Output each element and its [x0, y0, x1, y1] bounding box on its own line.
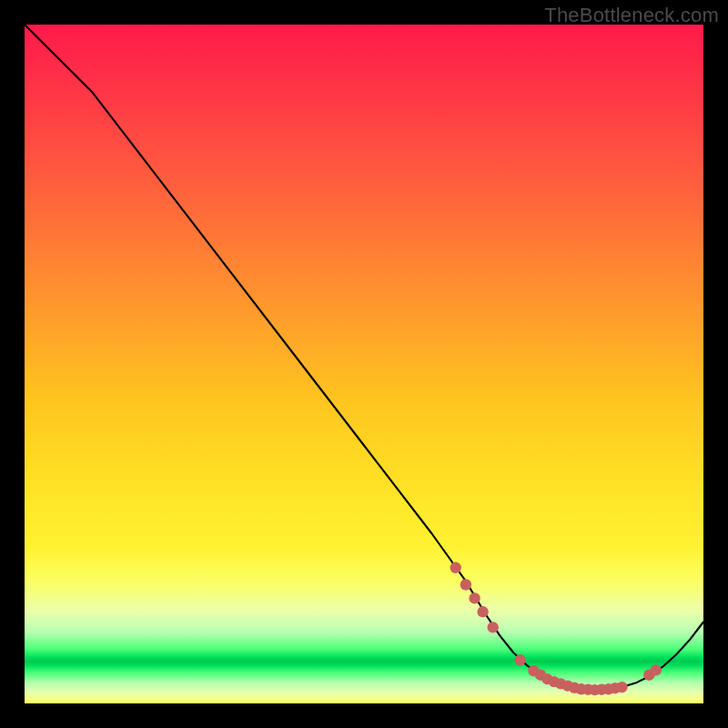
plot-area	[25, 25, 703, 703]
data-point	[460, 579, 471, 590]
data-point	[477, 606, 488, 617]
chart-line	[25, 25, 703, 690]
data-point	[651, 664, 662, 675]
data-point	[616, 682, 627, 693]
data-point	[488, 622, 499, 632]
data-point	[469, 592, 480, 603]
data-point	[450, 562, 461, 573]
chart-svg	[25, 25, 703, 703]
data-point	[514, 654, 525, 665]
chart-frame: TheBottleneck.com	[0, 0, 728, 728]
chart-markers	[450, 562, 662, 696]
